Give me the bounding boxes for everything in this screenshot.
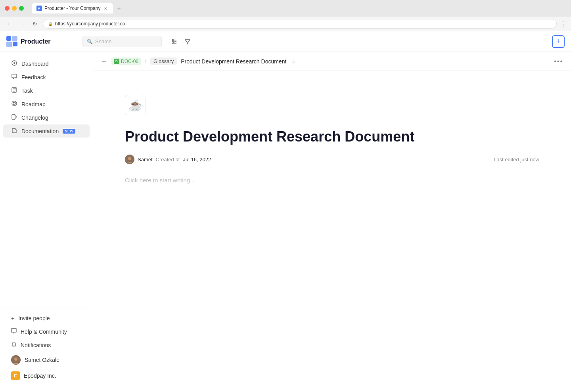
logo-area: Producter bbox=[6, 36, 78, 47]
doc-emoji[interactable]: ☕ bbox=[125, 95, 146, 115]
svg-marker-10 bbox=[185, 40, 190, 44]
workspace-name-label: Epodpay Inc. bbox=[24, 373, 56, 379]
traffic-lights bbox=[5, 6, 24, 11]
task-icon bbox=[11, 87, 17, 94]
sidebar-item-roadmap[interactable]: Roadmap bbox=[3, 98, 90, 111]
notifications-icon bbox=[11, 342, 17, 348]
sidebar-item-dashboard[interactable]: Dashboard bbox=[3, 57, 90, 70]
funnel-icon bbox=[184, 38, 191, 45]
doc-badge-icon: D bbox=[114, 59, 119, 64]
add-new-button[interactable]: + bbox=[552, 35, 565, 48]
svg-point-17 bbox=[12, 101, 17, 106]
doc-author-name: Samet bbox=[138, 157, 153, 163]
feedback-label: Feedback bbox=[21, 74, 46, 80]
browser-titlebar: P Producter - Your Company ✕ + bbox=[0, 0, 571, 17]
svg-point-9 bbox=[173, 42, 174, 44]
tab-title: Producter - Your Company bbox=[44, 6, 100, 11]
url-bar[interactable]: 🔒 https://yourcompany.producter.co bbox=[43, 19, 557, 29]
minimize-traffic-light[interactable] bbox=[12, 6, 17, 11]
doc-writing-area[interactable]: Click here to start writing... bbox=[125, 177, 539, 184]
topbar-icons bbox=[168, 36, 194, 48]
invite-icon: + bbox=[11, 315, 14, 321]
browser-chrome: P Producter - Your Company ✕ + ← → ↻ 🔒 h… bbox=[0, 0, 571, 31]
funnel-filter-button[interactable] bbox=[182, 36, 194, 48]
sidebar-item-changelog[interactable]: Changelog bbox=[3, 111, 90, 124]
browser-menu-button[interactable]: ⋮ bbox=[560, 20, 566, 28]
changelog-icon bbox=[11, 114, 17, 121]
svg-point-8 bbox=[174, 41, 175, 42]
user-avatar-image bbox=[11, 355, 21, 365]
sidebar-item-feedback[interactable]: Feedback bbox=[3, 71, 90, 84]
sidebar-item-task[interactable]: Task bbox=[3, 84, 90, 97]
author-avatar-image bbox=[125, 155, 134, 164]
doc-last-edited: Last edited just now bbox=[494, 157, 539, 163]
content-topbar: ← D DOC-06 / Glossary Product Developmen… bbox=[93, 52, 571, 71]
breadcrumb-glossary-link[interactable]: Glossary bbox=[150, 57, 177, 65]
doc-id-badge: D DOC-06 bbox=[111, 57, 141, 65]
doc-created-label: Created at bbox=[156, 157, 180, 163]
doc-meta: Samet Created at Jul 16, 2022 Last edite… bbox=[125, 155, 539, 164]
close-traffic-light[interactable] bbox=[5, 6, 10, 11]
help-icon bbox=[11, 328, 17, 335]
svg-rect-0 bbox=[6, 36, 11, 41]
dashboard-label: Dashboard bbox=[21, 61, 49, 67]
sidebar-bottom: + Invite people Help & Community Notific… bbox=[0, 308, 93, 387]
svg-point-7 bbox=[172, 39, 174, 40]
app-container: Producter 🔍 Search bbox=[0, 31, 571, 392]
task-label: Task bbox=[21, 88, 33, 94]
changelog-label: Changelog bbox=[21, 115, 48, 121]
tab-close-button[interactable]: ✕ bbox=[103, 6, 108, 11]
content-area: ← D DOC-06 / Glossary Product Developmen… bbox=[93, 52, 571, 392]
maximize-traffic-light[interactable] bbox=[19, 6, 24, 11]
roadmap-icon bbox=[11, 101, 17, 107]
roadmap-label: Roadmap bbox=[21, 101, 46, 107]
tab-bar: P Producter - Your Company ✕ + bbox=[32, 3, 123, 13]
sidebar-workspace[interactable]: E Epodpay Inc. bbox=[3, 368, 90, 383]
forward-nav-button[interactable]: → bbox=[17, 19, 27, 29]
url-text: https://yourcompany.producter.co bbox=[55, 21, 125, 27]
back-nav-button[interactable]: ← bbox=[5, 19, 14, 29]
doc-content[interactable]: ☕ Product Development Research Document … bbox=[93, 71, 571, 392]
svg-rect-2 bbox=[6, 42, 12, 47]
sidebar-nav: Dashboard Feedback Task bbox=[0, 57, 93, 308]
back-button[interactable]: ← bbox=[101, 58, 107, 65]
documentation-label: Documentation bbox=[21, 128, 59, 134]
lock-icon: 🔒 bbox=[48, 22, 53, 26]
sidebar-item-documentation[interactable]: Documentation NEW bbox=[3, 124, 90, 138]
sidebar-item-invite[interactable]: + Invite people bbox=[3, 312, 90, 325]
feedback-icon bbox=[11, 74, 17, 80]
user-name-label: Samet Özkale bbox=[25, 357, 59, 363]
doc-created-date: Jul 16, 2022 bbox=[183, 157, 211, 163]
sidebar: Dashboard Feedback Task bbox=[0, 52, 93, 392]
main-area: Dashboard Feedback Task bbox=[0, 52, 571, 392]
dashboard-icon bbox=[11, 60, 17, 67]
star-button[interactable]: ☆ bbox=[291, 58, 296, 65]
search-bar[interactable]: 🔍 Search bbox=[82, 36, 162, 47]
doc-title: Product Development Research Document bbox=[125, 128, 539, 145]
workspace-icon: E bbox=[11, 371, 20, 380]
notifications-label: Notifications bbox=[21, 342, 51, 348]
tab-favicon: P bbox=[36, 6, 42, 11]
new-tab-button[interactable]: + bbox=[115, 4, 123, 13]
svg-point-12 bbox=[13, 62, 15, 64]
active-tab[interactable]: P Producter - Your Company ✕ bbox=[32, 3, 113, 13]
svg-point-21 bbox=[14, 358, 17, 361]
search-icon: 🔍 bbox=[87, 39, 93, 44]
sidebar-item-help[interactable]: Help & Community bbox=[3, 325, 90, 338]
reload-nav-button[interactable]: ↻ bbox=[30, 19, 40, 29]
sidebar-user-profile[interactable]: Samet Özkale bbox=[3, 352, 90, 368]
search-placeholder: Search bbox=[95, 38, 111, 44]
user-avatar bbox=[11, 355, 21, 365]
documentation-icon bbox=[11, 128, 17, 134]
more-options-button[interactable]: ••• bbox=[554, 58, 563, 65]
svg-rect-1 bbox=[12, 36, 17, 41]
app-topbar: Producter 🔍 Search bbox=[0, 31, 571, 52]
sidebar-item-notifications[interactable]: Notifications bbox=[3, 338, 90, 352]
svg-point-18 bbox=[13, 102, 15, 105]
svg-rect-3 bbox=[13, 42, 17, 46]
doc-author-avatar bbox=[125, 155, 134, 164]
filter-sliders-button[interactable] bbox=[168, 36, 180, 48]
doc-badge-text: DOC-06 bbox=[121, 59, 138, 64]
address-bar: ← → ↻ 🔒 https://yourcompany.producter.co… bbox=[0, 17, 571, 31]
svg-point-23 bbox=[128, 157, 131, 160]
